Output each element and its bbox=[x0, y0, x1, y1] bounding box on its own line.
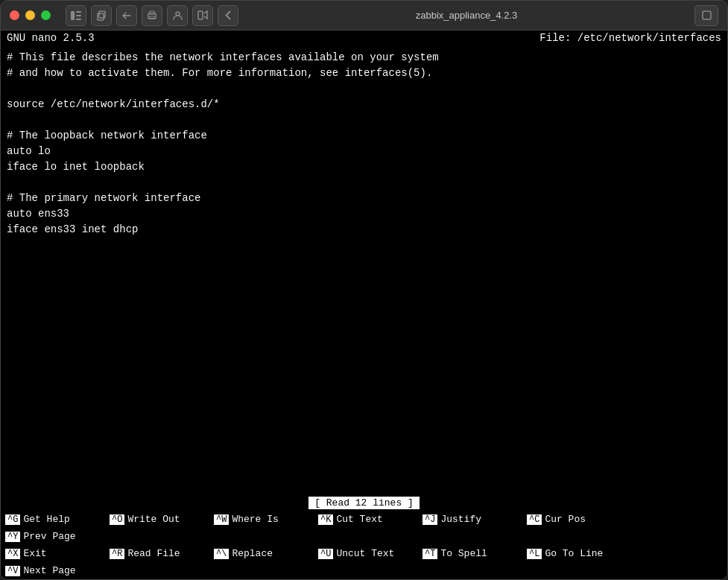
nano-shortcut-bar-row1: ^G Get Help ^O Write Out ^W Where Is ^K … bbox=[1, 511, 727, 545]
nano-content-area[interactable]: # This file describes the network interf… bbox=[1, 45, 727, 495]
shortcut-key-justify: ^J bbox=[422, 514, 437, 525]
shortcut-where-is[interactable]: ^W Where Is bbox=[209, 511, 314, 528]
shortcut-label-prev-page: Prev Page bbox=[23, 531, 75, 542]
nano-version: GNU nano 2.5.3 bbox=[7, 32, 95, 44]
shortcut-label-go-to-line: Go To Line bbox=[545, 548, 603, 559]
nano-status-bar: [ Read 12 lines ] bbox=[1, 495, 727, 511]
nano-shortcut-bar-row2: ^X Exit ^R Read File ^\ Replace ^U Uncut… bbox=[1, 545, 727, 579]
sidebar-toggle-button[interactable] bbox=[66, 5, 86, 26]
svg-rect-5 bbox=[99, 11, 105, 18]
shortcut-key-write-out: ^O bbox=[110, 514, 124, 525]
shortcut-go-to-line[interactable]: ^L Go To Line bbox=[522, 545, 627, 562]
shortcut-justify[interactable]: ^J Justify bbox=[418, 511, 522, 528]
shortcut-key-next-page: ^V bbox=[5, 566, 20, 576]
shortcut-read-file[interactable]: ^R Read File bbox=[105, 545, 209, 562]
svg-rect-11 bbox=[703, 11, 711, 19]
svg-rect-4 bbox=[98, 13, 104, 20]
copy-button[interactable] bbox=[91, 5, 112, 26]
shortcut-prev-page[interactable]: ^Y Prev Page bbox=[1, 528, 105, 545]
shortcut-key-cut-text: ^K bbox=[318, 514, 333, 525]
shortcut-key-cur-pos: ^C bbox=[527, 514, 542, 525]
shortcut-label-exit: Exit bbox=[23, 548, 46, 559]
shortcut-key-where-is: ^W bbox=[214, 514, 229, 525]
close-button[interactable] bbox=[10, 10, 19, 20]
nano-status-message: [ Read 12 lines ] bbox=[308, 497, 420, 509]
shortcut-replace[interactable]: ^\ Replace bbox=[209, 545, 314, 562]
shortcut-label-to-spell: To Spell bbox=[440, 548, 487, 559]
nav-back-button[interactable] bbox=[116, 5, 137, 26]
shortcut-key-replace: ^\ bbox=[214, 549, 229, 559]
svg-rect-1 bbox=[76, 11, 81, 13]
shortcut-cut-text[interactable]: ^K Cut Text bbox=[314, 511, 418, 528]
title-bar: zabbix_appliance_4.2.3 bbox=[1, 1, 727, 31]
shortcut-get-help[interactable]: ^G Get Help bbox=[1, 511, 105, 528]
shortcut-key-get-help: ^G bbox=[5, 514, 20, 525]
minimize-button[interactable] bbox=[25, 10, 35, 20]
svg-rect-10 bbox=[198, 11, 203, 19]
shortcut-key-prev-page: ^Y bbox=[5, 532, 20, 542]
window-title: zabbix_appliance_4.2.3 bbox=[238, 10, 694, 21]
nano-header: GNU nano 2.5.3 File: /etc/network/interf… bbox=[1, 31, 727, 45]
fullscreen-button[interactable] bbox=[694, 5, 718, 26]
shortcut-key-to-spell: ^T bbox=[422, 549, 437, 559]
shortcut-label-write-out: Write Out bbox=[127, 514, 180, 525]
svg-rect-2 bbox=[76, 15, 81, 16]
shortcut-label-replace: Replace bbox=[232, 548, 273, 559]
svg-rect-3 bbox=[76, 19, 81, 20]
svg-rect-0 bbox=[71, 11, 75, 20]
nano-filename: File: /etc/network/interfaces bbox=[539, 32, 721, 44]
shortcut-label-read-file: Read File bbox=[127, 548, 180, 559]
svg-rect-8 bbox=[150, 16, 154, 19]
shortcut-key-uncut-text: ^U bbox=[318, 549, 333, 559]
terminal-window: zabbix_appliance_4.2.3 GNU nano 2.5.3 Fi… bbox=[0, 0, 728, 580]
share-button[interactable] bbox=[192, 5, 213, 26]
shortcut-cur-pos[interactable]: ^C Cur Pos bbox=[522, 511, 627, 528]
shortcut-label-uncut-text: Uncut Text bbox=[336, 548, 394, 559]
shortcut-label-cur-pos: Cur Pos bbox=[545, 514, 586, 525]
print-button[interactable] bbox=[142, 5, 162, 26]
shortcut-write-out[interactable]: ^O Write Out bbox=[105, 511, 209, 528]
shortcut-key-read-file: ^R bbox=[110, 549, 124, 559]
shortcut-key-exit: ^X bbox=[5, 549, 20, 559]
shortcut-label-justify: Justify bbox=[440, 514, 481, 525]
back-nav-button[interactable] bbox=[218, 5, 238, 26]
shortcut-label-get-help: Get Help bbox=[23, 514, 69, 525]
shortcut-exit[interactable]: ^X Exit bbox=[1, 545, 105, 562]
toolbar-controls bbox=[66, 5, 238, 26]
shortcut-next-page[interactable]: ^V Next Page bbox=[1, 562, 105, 579]
shortcut-key-go-to-line: ^L bbox=[527, 549, 542, 559]
nano-editor: GNU nano 2.5.3 File: /etc/network/interf… bbox=[1, 31, 727, 579]
shortcut-label-next-page: Next Page bbox=[23, 565, 75, 576]
shortcut-label-cut-text: Cut Text bbox=[336, 514, 382, 525]
shortcut-to-spell[interactable]: ^T To Spell bbox=[418, 545, 522, 562]
shortcut-uncut-text[interactable]: ^U Uncut Text bbox=[314, 545, 418, 562]
maximize-button[interactable] bbox=[41, 10, 51, 20]
shortcut-label-where-is: Where Is bbox=[232, 514, 278, 525]
user-button[interactable] bbox=[167, 5, 188, 26]
traffic-lights bbox=[10, 10, 51, 20]
